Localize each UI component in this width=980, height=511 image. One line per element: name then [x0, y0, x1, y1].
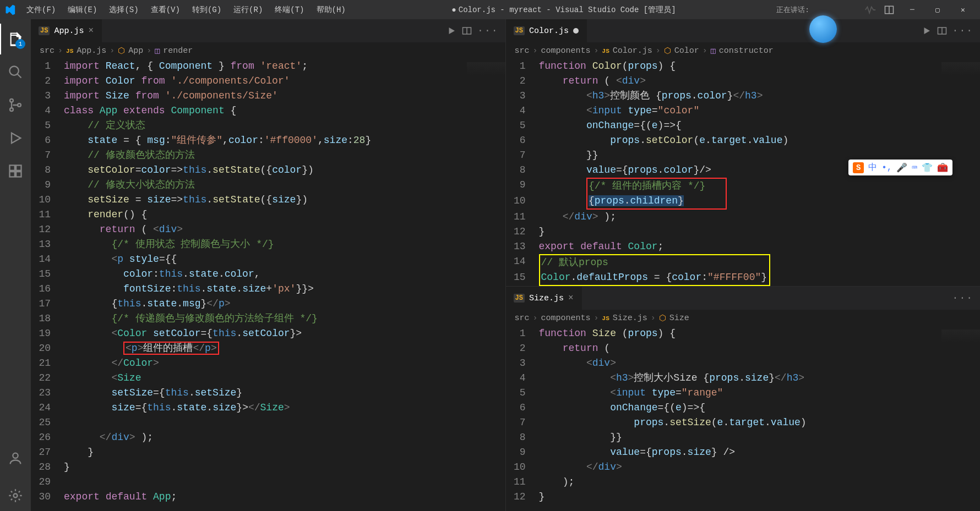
tab-close-icon[interactable]: × [88, 26, 94, 36]
code-editor-right-bottom[interactable]: 1function Size (props) {2 return (3 <div… [506, 326, 981, 511]
breadcrumb-segment[interactable]: Size [669, 314, 689, 323]
breadcrumb-segment[interactable]: components [541, 314, 591, 323]
code-line[interactable]: 1import React, { Component } from 'react… [31, 59, 505, 74]
code-line[interactable]: 6 onChange={(e)=>{ [506, 400, 981, 415]
code-line[interactable]: 11 </div> ); [506, 210, 981, 224]
code-line[interactable]: 15 color:this.state.color, [31, 267, 505, 282]
code-line[interactable]: 13export default Color; [506, 239, 981, 254]
code-line[interactable]: 7 // 修改颜色状态的方法 [31, 148, 505, 163]
more-icon[interactable]: ··· [952, 25, 973, 36]
breadcrumb-segment[interactable]: components [541, 46, 591, 56]
code-line[interactable]: 3import Size from './components/Size' [31, 89, 505, 103]
code-line[interactable]: 1function Color(props) { [506, 59, 981, 74]
activity-search[interactable] [0, 57, 31, 87]
breadcrumb-segment[interactable]: Size.js [613, 314, 647, 323]
activity-account[interactable] [0, 443, 31, 474]
split-editor-icon[interactable] [937, 26, 947, 36]
menu-item[interactable]: 终端(T) [269, 3, 309, 17]
code-line[interactable]: 5 onChange={(e)=>{ [506, 118, 981, 133]
layout-icon[interactable] [884, 5, 894, 15]
run-icon[interactable] [922, 26, 932, 36]
split-editor-icon[interactable] [462, 26, 472, 36]
tab-size-js[interactable]: JS Size.js × [506, 287, 582, 310]
code-line[interactable]: 11 render() { [31, 207, 505, 222]
code-line[interactable]: 30export default App; [31, 490, 505, 504]
code-editor-left[interactable]: 1import React, { Component } from 'react… [31, 59, 505, 511]
code-line[interactable]: 6 props.setColor(e.target.value) [506, 133, 981, 148]
code-line[interactable]: 3 <div> [506, 356, 981, 371]
menu-item[interactable]: 运行(R) [228, 3, 268, 17]
code-line[interactable]: 9 value={props.size} /> [506, 445, 981, 460]
code-line[interactable]: 24 size={this.state.size}></Size> [31, 400, 505, 415]
breadcrumb-segment[interactable]: src [515, 314, 530, 323]
code-line[interactable]: 7 props.setSize(e.target.value) [506, 415, 981, 430]
ime-punct-icon[interactable]: •, [881, 163, 892, 173]
activity-explorer[interactable]: 1 [0, 24, 31, 54]
menu-item[interactable]: 编辑(E) [62, 3, 102, 17]
code-line[interactable]: 5 // 定义状态 [31, 118, 505, 133]
code-line[interactable]: 27 } [31, 445, 505, 460]
close-button[interactable]: ✕ [950, 0, 976, 19]
code-line[interactable]: 10 setSize = size=>this.setState({size}) [31, 193, 505, 207]
ime-skin-icon[interactable]: 👕 [922, 162, 933, 173]
breadcrumb-right-bottom[interactable]: src›components›JS Size.js›⬡ Size [506, 310, 981, 326]
code-line[interactable]: 13 {/* 使用状态 控制颜色与大小 */} [31, 237, 505, 252]
activity-settings[interactable] [0, 480, 31, 511]
breadcrumb-segment[interactable]: Color [674, 46, 699, 56]
activity-extensions[interactable] [0, 156, 31, 186]
code-line[interactable]: 8 }} [506, 430, 981, 445]
code-line[interactable]: 8 setColor=color=>this.setState({color}) [31, 163, 505, 178]
code-line[interactable]: 5 <input type="range" [506, 386, 981, 400]
breadcrumb-segment[interactable]: Color.js [613, 46, 652, 56]
breadcrumb-left[interactable]: src›JS App.js›⬡ App›◫ render [31, 42, 505, 59]
menu-item[interactable]: 文件(F) [21, 3, 61, 17]
minimize-button[interactable]: ─ [900, 0, 925, 19]
code-line[interactable]: 23 setSize={this.setSize} [31, 386, 505, 400]
breadcrumb-segment[interactable]: render [163, 46, 193, 56]
more-icon[interactable]: ··· [477, 25, 498, 36]
code-line[interactable]: 1function Size (props) { [506, 326, 981, 341]
code-line[interactable]: 18 {/* 传递颜色与修改颜色的方法给子组件 */} [31, 311, 505, 326]
code-line[interactable]: 3 <h3>控制颜色 {props.color}</h3> [506, 89, 981, 103]
menu-item[interactable]: 帮助(H) [311, 3, 351, 17]
code-line[interactable]: 4 <input type="color" [506, 103, 981, 118]
ime-toolbar[interactable]: S 中 •, 🎤 ⌨ 👕 🧰 [848, 160, 952, 175]
tab-close-icon[interactable]: × [568, 293, 574, 303]
breadcrumb-segment[interactable]: constructor [719, 46, 774, 56]
code-line[interactable]: 29 [31, 475, 505, 490]
code-line[interactable]: 2 return ( <div> [506, 74, 981, 89]
ime-keyboard-icon[interactable]: ⌨ [912, 162, 917, 173]
run-icon[interactable] [447, 26, 456, 36]
code-line[interactable]: 14 <p style={{ [31, 252, 505, 267]
code-line[interactable]: 12} [506, 224, 981, 239]
code-line[interactable]: 28} [31, 460, 505, 475]
code-line[interactable]: 14// 默认props [506, 254, 981, 270]
code-line[interactable]: 10 </div> [506, 460, 981, 475]
code-line[interactable]: 17 {this.state.msg}</p> [31, 296, 505, 311]
activity-source-control[interactable] [0, 90, 31, 120]
code-line[interactable]: 2 return ( [506, 341, 981, 356]
code-line[interactable]: 10 {props.children} [506, 194, 981, 210]
code-line[interactable]: 25 [31, 415, 505, 430]
code-line[interactable]: 19 <Color setColor={this.setColor}> [31, 326, 505, 341]
menu-item[interactable]: 选择(S) [104, 3, 144, 17]
breadcrumb-right-top[interactable]: src›components›JS Color.js›⬡ Color›◫ con… [506, 42, 981, 59]
menu-item[interactable]: 转到(G) [187, 3, 227, 17]
ime-toolbox-icon[interactable]: 🧰 [937, 162, 948, 173]
code-line[interactable]: 12} [506, 490, 981, 504]
code-line[interactable]: 11 ); [506, 475, 981, 490]
code-line[interactable]: 9 {/* 组件的插槽内容 */} [506, 178, 981, 194]
breadcrumb-segment[interactable]: App [128, 46, 143, 56]
code-line[interactable]: 26 </div> ); [31, 430, 505, 445]
maximize-button[interactable]: ▢ [925, 0, 950, 19]
code-line[interactable]: 4class App extends Component { [31, 103, 505, 118]
code-line[interactable]: 4 <h3>控制大小Size {props.size}</h3> [506, 371, 981, 386]
code-line[interactable]: 9 // 修改大小状态的方法 [31, 178, 505, 193]
breadcrumb-segment[interactable]: src [40, 46, 55, 56]
code-line[interactable]: 22 <Size [31, 371, 505, 386]
activity-run-debug[interactable] [0, 123, 31, 153]
code-line[interactable]: 16 fontSize:this.state.size+'px'}}> [31, 282, 505, 296]
menu-item[interactable]: 查看(V) [145, 3, 186, 17]
ime-lang-label[interactable]: 中 [868, 162, 877, 173]
breadcrumb-segment[interactable]: src [515, 46, 530, 56]
